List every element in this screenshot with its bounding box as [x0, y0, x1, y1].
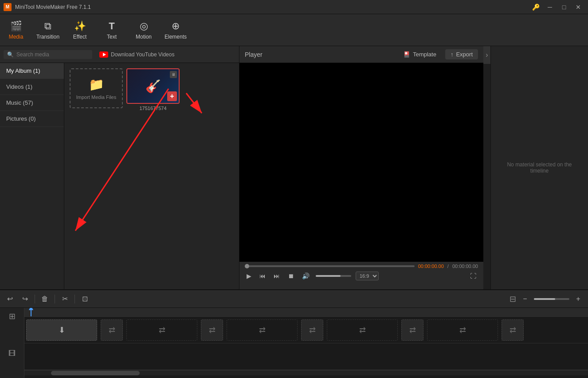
media-label: Media	[9, 34, 24, 40]
sidebar-item-music[interactable]: Music (57)	[0, 95, 64, 111]
prev-btn[interactable]: ⏮	[258, 272, 267, 280]
close-btn[interactable]: ✕	[572, 3, 584, 12]
cut-btn[interactable]: ✂	[59, 293, 71, 305]
volume-fill	[316, 275, 341, 277]
media-grid: 📁 Import Media Files 🎸 🖥 +	[64, 63, 239, 289]
export-btn[interactable]: ↑ Export	[445, 49, 478, 59]
key-btn[interactable]: 🔑	[529, 3, 542, 12]
text-icon: T	[109, 20, 114, 32]
play-btn[interactable]: ▶	[245, 272, 253, 280]
timeline-slot-2[interactable]: ⇄	[227, 319, 298, 341]
video-indicator: 🖥	[170, 71, 177, 78]
import-label: Import Media Files	[76, 94, 116, 100]
timeline-ruler	[24, 308, 588, 317]
sidebar-item-videos[interactable]: Videos (1)	[0, 79, 64, 95]
transition-icon: ⧉	[44, 20, 51, 32]
next-btn[interactable]: ⏭	[272, 272, 282, 280]
player-buttons: ▶ ⏮ ⏭ ⏹ 🔊 16:9 4:3 1:1 ⛶	[245, 272, 478, 280]
transition-clip-1[interactable]: ⇄	[101, 319, 123, 341]
timeline-clip-1[interactable]: ⬇	[26, 319, 97, 341]
effect-label: Effect	[73, 34, 86, 40]
sidebar: My Album (1) Videos (1) Music (57) Pictu…	[0, 63, 64, 289]
template-icon: 🎴	[403, 51, 410, 58]
aspect-ratio-select[interactable]: 16:9 4:3 1:1	[356, 272, 379, 280]
horizontal-scrollbar[interactable]	[24, 370, 588, 375]
zoom-out-btn[interactable]: −	[519, 293, 531, 305]
title-bar: M MiniTool MovieMaker Free 7.1.1 🔑 ─ □ ✕	[0, 0, 588, 14]
video-track-row: ⬇ ⇄ ⇄ ⇄ ⇄ ⇄ ⇄	[24, 317, 588, 343]
timeline-area: ↩ ↪ 🗑 ✂ ⊡ ⊟ − + ⊞ 🎞 ♫	[0, 289, 588, 378]
video-name: 1751677574	[126, 106, 180, 111]
timeline-slot-1[interactable]: ⇄	[126, 319, 197, 341]
sidebar-item-pictures[interactable]: Pictures (0)	[0, 111, 64, 127]
template-btn[interactable]: 🎴 Template	[398, 49, 442, 59]
search-icon: 🔍	[7, 51, 14, 58]
playhead[interactable]	[31, 308, 31, 316]
download-youtube-btn[interactable]: Download YouTube Videos	[96, 50, 178, 59]
no-material-text: No material selected on the timeline	[498, 161, 581, 174]
toolbar: 🎬 Media ⧉ Transition ✨ Effect T Text ◎ M…	[0, 14, 588, 46]
import-media-card[interactable]: 📁 Import Media Files	[70, 68, 123, 108]
timeline-slot-4[interactable]: ⇄	[427, 319, 498, 341]
time-separator: /	[447, 264, 449, 269]
redo-btn[interactable]: ↪	[19, 293, 31, 305]
app-icon: M	[4, 3, 12, 11]
left-content: My Album (1) Videos (1) Music (57) Pictu…	[0, 63, 239, 289]
search-input[interactable]	[16, 51, 89, 58]
transition-clip-3[interactable]: ⇄	[301, 319, 323, 341]
timeline-slot-3[interactable]: ⇄	[327, 319, 398, 341]
toolbar-text[interactable]: T Text	[96, 14, 128, 46]
progress-row: 00:00:00.00 / 00:00:00.00	[245, 264, 478, 269]
minimize-btn[interactable]: ─	[544, 3, 556, 12]
media-toolbar: 🔍 Download YouTube Videos	[0, 46, 239, 63]
zoom-in-btn[interactable]: +	[572, 293, 584, 305]
left-panel: 🔍 Download YouTube Videos My Album (1) V…	[0, 46, 239, 289]
app-title: MiniTool MovieMaker Free 7.1.1	[15, 4, 91, 10]
delete-btn[interactable]: 🗑	[39, 293, 51, 305]
undo-btn[interactable]: ↩	[4, 293, 16, 305]
time-current: 00:00:00.00	[418, 264, 444, 269]
zoom-slider[interactable]	[534, 298, 569, 300]
timeline-toolbar: ↩ ↪ 🗑 ✂ ⊡ ⊟ − +	[0, 290, 588, 308]
toolbar-motion[interactable]: ◎ Motion	[128, 14, 160, 46]
timeline-tracks: ⬇ ⇄ ⇄ ⇄ ⇄ ⇄ ⇄	[24, 308, 588, 378]
volume-btn[interactable]: 🔊	[300, 272, 311, 280]
player-panel: Player 🎴 Template ↑ Export 00:00:00.	[239, 46, 483, 289]
transition-arrow-2: ⇄	[209, 325, 216, 335]
zoom-controls: ⊟ − +	[510, 293, 584, 305]
transition-clip-4[interactable]: ⇄	[401, 319, 423, 341]
transition-arrow-3: ⇄	[309, 325, 316, 335]
search-box[interactable]: 🔍	[4, 50, 92, 59]
add-track-btn[interactable]: ⊞	[5, 311, 19, 321]
download-clip-icon: ⬇	[59, 325, 65, 335]
media-card-video[interactable]: 🎸 🖥 + 1751677574	[126, 68, 180, 111]
crop-btn[interactable]: ⊡	[78, 293, 91, 305]
main-area: 🔍 Download YouTube Videos My Album (1) V…	[0, 46, 588, 289]
transition-clip-5[interactable]: ⇄	[502, 319, 524, 341]
elements-icon: ⊕	[172, 20, 180, 32]
toolbar-effect[interactable]: ✨ Effect	[64, 14, 96, 46]
player-controls: 00:00:00.00 / 00:00:00.00 ▶ ⏮ ⏭ ⏹ 🔊 16:9…	[239, 262, 483, 289]
title-bar-left: M MiniTool MovieMaker Free 7.1.1	[4, 3, 91, 11]
progress-bar[interactable]	[245, 265, 415, 267]
stop-btn[interactable]: ⏹	[286, 272, 296, 280]
toolbar-elements[interactable]: ⊕ Elements	[160, 14, 192, 46]
volume-bar[interactable]	[316, 275, 351, 277]
toolbar-media[interactable]: 🎬 Media	[0, 14, 32, 46]
transition-clip-2[interactable]: ⇄	[201, 319, 223, 341]
folder-icon: 📁	[89, 77, 104, 92]
effect-icon: ✨	[74, 20, 86, 32]
sidebar-item-my-album[interactable]: My Album (1)	[0, 63, 64, 79]
maximize-btn[interactable]: □	[558, 3, 570, 12]
toolbar-sep-1	[35, 295, 35, 303]
export-icon: ↑	[451, 51, 454, 58]
fullscreen-btn[interactable]: ⛶	[468, 272, 478, 280]
add-to-timeline-btn[interactable]: +	[167, 91, 177, 101]
player-viewport	[239, 63, 483, 262]
properties-panel: No material selected on the timeline	[490, 46, 588, 289]
transition-arrow-1: ⇄	[109, 325, 115, 335]
toolbar-transition[interactable]: ⧉ Transition	[32, 14, 64, 46]
panel-toggle[interactable]: ›	[483, 46, 490, 64]
player-title: Player	[245, 51, 263, 58]
scrollbar-thumb[interactable]	[51, 371, 140, 375]
